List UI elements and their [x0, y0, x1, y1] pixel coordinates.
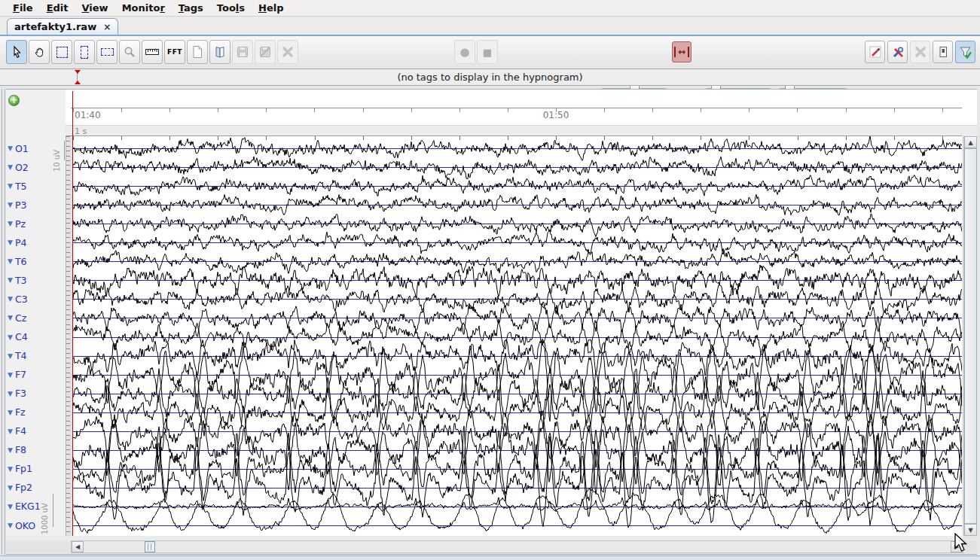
select-channel-tool-button[interactable]	[96, 40, 118, 64]
channel-label-t4[interactable]: ▼T4	[8, 349, 27, 363]
open-tag-button[interactable]	[209, 40, 230, 64]
signal-plot-area[interactable]	[72, 136, 962, 536]
channel-collapse-icon[interactable]: ▼	[8, 239, 13, 246]
filter-toggle-button[interactable]	[955, 41, 975, 63]
channel-collapse-icon[interactable]: ▼	[8, 163, 13, 171]
channel-label-t6[interactable]: ▼T6	[8, 254, 27, 268]
channel-label-fz[interactable]: ▼Fz	[8, 406, 26, 419]
channel-label-ekg1[interactable]: ▼EKG1	[8, 500, 41, 513]
montage-switch-button[interactable]	[933, 41, 953, 63]
magnifier-icon	[123, 45, 136, 59]
menu-item-tags[interactable]: Tags	[172, 2, 210, 14]
channel-collapse-icon[interactable]: ▼	[8, 428, 13, 435]
channel-collapse-icon[interactable]: ▼	[8, 409, 13, 416]
channel-collapse-icon[interactable]: ▼	[8, 522, 13, 529]
menu-item-view[interactable]: View	[75, 2, 115, 14]
menu-item-monitor[interactable]: Monitor	[115, 2, 172, 14]
channel-collapse-icon[interactable]: ▼	[8, 333, 13, 341]
select-page-icon	[56, 47, 68, 58]
zoom-tool-button[interactable]	[119, 40, 140, 64]
channel-collapse-icon[interactable]: ▼	[8, 220, 13, 227]
save-tag-button[interactable]	[232, 40, 253, 64]
channel-name: T3	[15, 275, 27, 286]
channel-label-t5[interactable]: ▼T5	[8, 179, 27, 193]
panel-splitter[interactable]	[2, 89, 5, 555]
channel-label-pz[interactable]: ▼Pz	[8, 217, 26, 230]
menu-item-edit[interactable]: Edit	[40, 2, 75, 14]
channel-label-p4[interactable]: ▼P4	[8, 236, 26, 249]
channel-collapse-icon[interactable]: ▼	[8, 201, 13, 208]
channel-label-p3[interactable]: ▼P3	[8, 198, 26, 212]
channel-label-t3[interactable]: ▼T3	[8, 273, 27, 287]
horizontal-scrollbar[interactable]: ◀ ▶	[71, 540, 963, 553]
channel-label-c4[interactable]: ▼C4	[8, 330, 28, 344]
menu-item-help[interactable]: Help	[252, 2, 290, 14]
hand-tool-button[interactable]	[29, 40, 50, 64]
hypnogram-strip[interactable]: (no tags to display in the hypnogram)	[0, 68, 980, 86]
channel-collapse-icon[interactable]: ▼	[8, 484, 13, 492]
channel-name: C3	[15, 294, 28, 305]
channel-label-f8[interactable]: ▼F8	[8, 443, 26, 457]
channel-label-o2[interactable]: ▼O2	[8, 160, 29, 174]
channel-collapse-icon[interactable]: ▼	[8, 352, 13, 360]
pointer-tool-button[interactable]	[6, 40, 27, 64]
select-column-tool-button[interactable]	[74, 40, 95, 64]
edit-screwdriver-icon	[869, 45, 882, 59]
channel-collapse-icon[interactable]: ▼	[8, 276, 13, 284]
scroll-up-button[interactable]: ▲	[964, 136, 977, 148]
channel-collapse-icon[interactable]: ▼	[8, 503, 13, 510]
tab-artefakty1[interactable]: artefakty1.raw ×	[7, 18, 118, 35]
save-tag-as-button[interactable]	[255, 40, 276, 64]
channel-collapse-icon[interactable]: ▼	[8, 295, 13, 303]
montage-tools-button[interactable]	[887, 41, 908, 63]
channel-label-f4[interactable]: ▼F4	[8, 425, 26, 438]
channel-label-cz[interactable]: ▼Cz	[8, 311, 26, 324]
channel-collapse-icon[interactable]: ▼	[8, 446, 13, 454]
channel-collapse-icon[interactable]: ▼	[8, 182, 13, 190]
channel-collapse-icon[interactable]: ▼	[8, 257, 13, 265]
menu-item-file[interactable]: File	[6, 2, 40, 14]
channel-collapse-icon[interactable]: ▼	[8, 390, 13, 397]
fit-time-scale-button[interactable]: ↔	[672, 41, 691, 62]
close-tag-button[interactable]	[277, 40, 298, 64]
channel-name: T6	[15, 256, 27, 267]
channel-name: O2	[15, 162, 29, 173]
record-icon: ●	[459, 47, 469, 58]
wrench-screwdriver-icon	[891, 45, 905, 59]
fft-icon: FFT	[167, 48, 182, 56]
toolbar: FFT ● ■ Time scale ↔ Value scale Channel…	[0, 35, 980, 68]
timeline-mid-label: 01:50	[543, 110, 569, 120]
horizontal-scrollbar-thumb[interactable]	[145, 541, 155, 552]
new-tag-button[interactable]	[187, 40, 208, 64]
add-button[interactable]	[8, 95, 20, 106]
eeg-signal-canvas[interactable]	[72, 136, 962, 536]
scroll-left-button[interactable]: ◀	[72, 541, 84, 552]
stop-button[interactable]: ■	[477, 40, 498, 64]
channel-label-oko[interactable]: ▼OKO	[8, 519, 35, 532]
save-icon	[236, 45, 249, 59]
clear-montage-button[interactable]	[910, 41, 930, 63]
tab-close-icon[interactable]: ×	[103, 22, 111, 32]
channel-label-fp2[interactable]: ▼Fp2	[8, 481, 32, 495]
record-button[interactable]: ●	[454, 40, 475, 64]
window-bottom-strip	[0, 555, 980, 560]
channel-name: T5	[15, 181, 27, 192]
channel-label-f3[interactable]: ▼F3	[8, 387, 26, 400]
channel-label-f7[interactable]: ▼F7	[8, 368, 26, 382]
channel-collapse-icon[interactable]: ▼	[8, 371, 13, 379]
edit-montage-button[interactable]	[865, 41, 885, 63]
channel-label-fp1[interactable]: ▼Fp1	[8, 462, 32, 476]
channel-collapse-icon[interactable]: ▼	[8, 314, 13, 321]
channel-collapse-icon[interactable]: ▼	[8, 465, 13, 473]
channel-collapse-icon[interactable]: ▼	[8, 145, 13, 152]
vertical-scrollbar-thumb[interactable]	[964, 148, 977, 524]
channel-label-c3[interactable]: ▼C3	[8, 292, 28, 306]
timeline-ticks	[73, 108, 962, 112]
select-page-tool-button[interactable]	[51, 40, 72, 64]
menu-item-tools[interactable]: Tools	[210, 2, 252, 14]
ruler-tool-button[interactable]	[142, 40, 163, 64]
switch-icon	[936, 45, 950, 59]
fft-tool-button[interactable]: FFT	[164, 40, 185, 64]
channel-label-o1[interactable]: ▼O1	[8, 142, 29, 155]
vertical-scrollbar[interactable]: ▲ ▼	[963, 136, 977, 536]
